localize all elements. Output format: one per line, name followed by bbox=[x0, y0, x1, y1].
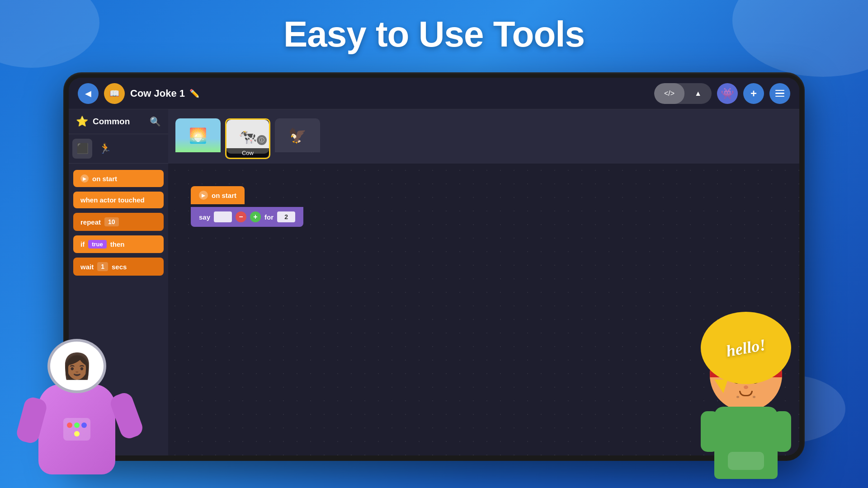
menu-line-2 bbox=[775, 93, 784, 94]
category-label: Common bbox=[93, 117, 145, 127]
speech-bubble: hello! bbox=[701, 312, 791, 384]
sidebar-icon-strip: ⬛ 🏃 bbox=[69, 134, 168, 164]
back-button[interactable]: ◀ bbox=[78, 83, 99, 104]
duration-input[interactable]: 2 bbox=[277, 211, 295, 222]
sprite-row: 🌅 🐄 Cow ⓘ 🦅 bbox=[168, 109, 799, 164]
code-view-button[interactable]: </> bbox=[654, 83, 684, 104]
block-label: if bbox=[80, 240, 85, 248]
sprite-bird-bg: 🦅 bbox=[275, 118, 320, 152]
block-label: repeat bbox=[80, 218, 101, 226]
block-wait[interactable]: wait 1 secs bbox=[73, 258, 164, 276]
sidebar-icon-blocks[interactable]: ⬛ bbox=[72, 139, 92, 159]
kid-container: hello! bbox=[710, 339, 782, 479]
block-label: on start bbox=[92, 175, 117, 183]
kid-freckles bbox=[736, 396, 755, 398]
sprite-cow-label: Cow bbox=[226, 148, 269, 158]
project-title-text: Cow Joke 1 bbox=[130, 88, 185, 99]
block-true-value: true bbox=[88, 240, 107, 249]
astronaut-right-arm bbox=[108, 390, 145, 441]
minus-button[interactable]: − bbox=[236, 211, 246, 222]
sprite-bird[interactable]: 🦅 bbox=[275, 118, 320, 159]
block-then-label: then bbox=[110, 240, 125, 248]
canvas-action-block[interactable]: say − + for 2 bbox=[191, 207, 303, 227]
freckle-2 bbox=[753, 396, 755, 398]
block-if[interactable]: if true then bbox=[73, 235, 164, 253]
block-label: when actor touched bbox=[80, 196, 145, 204]
canvas-play-icon: ▶ bbox=[199, 191, 208, 200]
project-title-area: Cow Joke 1 ✏️ bbox=[130, 88, 649, 99]
canvas-block-group: ▶ on start say − + for bbox=[191, 186, 303, 229]
suit-controls bbox=[63, 418, 90, 441]
canvas-say-block[interactable]: say − + for 2 bbox=[191, 207, 303, 229]
blocks-list: ▶ on start when actor touched repeat 10 bbox=[69, 164, 168, 282]
block-value: 10 bbox=[104, 217, 119, 226]
plus-button[interactable]: + bbox=[250, 211, 261, 222]
edit-icon[interactable]: ✏️ bbox=[189, 89, 199, 99]
book-button[interactable]: 📖 bbox=[104, 83, 125, 104]
block-repeat[interactable]: repeat 10 bbox=[73, 213, 164, 231]
add-button[interactable]: + bbox=[743, 83, 764, 104]
menu-line-1 bbox=[775, 90, 784, 91]
kid-nose bbox=[744, 385, 748, 389]
canvas-trigger-label: on start bbox=[212, 192, 236, 199]
menu-line-3 bbox=[775, 96, 784, 97]
astronaut-body-container: 👩🏾 bbox=[38, 339, 115, 474]
menu-button[interactable] bbox=[769, 83, 790, 104]
canvas-on-start[interactable]: ▶ on start bbox=[191, 186, 303, 206]
sidebar-icon-figure[interactable]: 🏃 bbox=[95, 139, 115, 159]
kid-pocket bbox=[728, 452, 764, 470]
canvas-for-label: for bbox=[264, 213, 274, 221]
page-title: Easy to Use Tools bbox=[0, 0, 868, 55]
control-dot-1 bbox=[67, 422, 72, 428]
speech-bubble-text: hello! bbox=[725, 335, 767, 361]
kid-left-arm bbox=[701, 411, 719, 452]
say-input[interactable] bbox=[214, 211, 232, 222]
astronaut-character: 👩🏾 bbox=[14, 294, 140, 474]
canvas-say-label: say bbox=[199, 213, 210, 221]
kid-right-arm bbox=[773, 411, 791, 452]
sidebar-header: ⭐ Common 🔍 bbox=[69, 109, 168, 134]
block-suffix: secs bbox=[112, 263, 127, 271]
sprite-info-button[interactable]: ⓘ bbox=[257, 135, 267, 145]
astronaut-left-arm bbox=[15, 395, 48, 445]
star-icon: ⭐ bbox=[76, 116, 88, 127]
search-button[interactable]: 🔍 bbox=[150, 116, 161, 127]
kid-body-torso bbox=[714, 407, 778, 479]
control-dot-4 bbox=[74, 431, 80, 436]
block-when-actor-touched[interactable]: when actor touched bbox=[73, 192, 164, 208]
scene-view-icon: ▲ bbox=[694, 89, 702, 98]
astronaut-helmet: 👩🏾 bbox=[47, 339, 106, 393]
astronaut-suit bbox=[38, 384, 115, 474]
device-screen: ◀ 📖 Cow Joke 1 ✏️ </> ▲ 👾 + bbox=[69, 78, 799, 455]
sprite-scene[interactable]: 🌅 bbox=[175, 118, 221, 159]
top-nav: ◀ 📖 Cow Joke 1 ✏️ </> ▲ 👾 + bbox=[69, 78, 799, 109]
device-frame: ◀ 📖 Cow Joke 1 ✏️ </> ▲ 👾 + bbox=[63, 72, 805, 461]
code-view-icon: </> bbox=[664, 89, 675, 98]
sprite-cow[interactable]: 🐄 Cow ⓘ bbox=[225, 118, 270, 159]
astronaut-face: 👩🏾 bbox=[61, 352, 93, 381]
content-area: ⭐ Common 🔍 ⬛ 🏃 ▶ on start bbox=[69, 109, 799, 455]
scene-view-button[interactable]: ▲ bbox=[684, 83, 712, 104]
block-value: 1 bbox=[97, 262, 108, 271]
block-on-start[interactable]: ▶ on start bbox=[73, 170, 164, 187]
editor-main: 🌅 🐄 Cow ⓘ 🦅 bbox=[168, 109, 799, 455]
nav-right-area: 👾 + bbox=[717, 83, 790, 104]
play-icon: ▶ bbox=[80, 174, 89, 183]
canvas-trigger-block[interactable]: ▶ on start bbox=[191, 186, 245, 204]
control-dot-3 bbox=[81, 422, 87, 428]
sprite-scene-bg: 🌅 bbox=[175, 118, 221, 152]
kid-character: hello! bbox=[710, 307, 845, 479]
view-toggle: </> ▲ bbox=[654, 83, 712, 104]
avatar: 👾 bbox=[717, 83, 738, 104]
block-label: wait bbox=[80, 263, 94, 271]
control-dot-2 bbox=[74, 422, 80, 428]
freckle-1 bbox=[736, 396, 739, 398]
